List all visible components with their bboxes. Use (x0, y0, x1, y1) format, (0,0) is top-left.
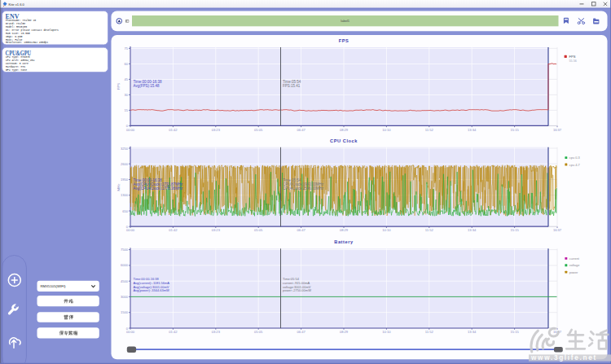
svg-text:05:05: 05:05 (254, 330, 263, 334)
svg-text:3250: 3250 (121, 147, 129, 151)
svg-text:Time:00:00-16:38: Time:00:00-16:38 (134, 178, 163, 182)
svg-text:10:10: 10:10 (382, 228, 391, 232)
svg-text:11:52: 11:52 (425, 228, 434, 232)
svg-text:03:23: 03:23 (212, 228, 221, 232)
svg-text:01:42: 01:42 (169, 330, 178, 334)
svg-text:Avg(FPS):15.48: Avg(FPS):15.48 (134, 84, 160, 88)
svg-text:06:47: 06:47 (297, 128, 306, 132)
svg-text:00:00: 00:00 (126, 128, 135, 132)
svg-text:power: power (569, 270, 578, 274)
svg-text:2600: 2600 (121, 162, 129, 166)
svg-text:16:37: 16:37 (553, 228, 562, 232)
svg-text:08:29: 08:29 (340, 128, 349, 132)
svg-text:11:52: 11:52 (425, 128, 434, 132)
svg-text:7500: 7500 (121, 248, 129, 252)
svg-text:1950: 1950 (121, 178, 129, 182)
svg-text:01:42: 01:42 (169, 228, 178, 232)
svg-text:10:10: 10:10 (382, 330, 391, 334)
svg-text:11:52: 11:52 (425, 330, 434, 334)
svg-text:30: 30 (124, 93, 128, 97)
svg-text:CPU0Clock:1943.00MHz: CPU0Clock:1943.00MHz (283, 182, 324, 186)
svg-text:cpu 4-7: cpu 4-7 (569, 163, 580, 167)
svg-text:CPU4Clock:2546.00MHz: CPU4Clock:2546.00MHz (283, 186, 324, 191)
svg-text:1500: 1500 (121, 310, 129, 314)
svg-text:03:23: 03:23 (212, 128, 221, 132)
svg-text:Avg(power):-3344.63mW: Avg(power):-3344.63mW (134, 288, 170, 292)
svg-text:current: current (569, 257, 580, 261)
svg-text:FPS: FPS (569, 55, 576, 59)
svg-text:00:00: 00:00 (126, 228, 135, 232)
svg-text:1300: 1300 (121, 193, 129, 197)
svg-text:15:15: 15:15 (510, 330, 519, 334)
svg-text:15:15: 15:15 (510, 228, 519, 232)
svg-text:16:37: 16:37 (553, 128, 562, 132)
svg-text:06:47: 06:47 (297, 228, 306, 232)
svg-text:13:34: 13:34 (468, 128, 477, 132)
svg-text:CPU Clock: CPU Clock (330, 138, 358, 143)
svg-text:GPU Type: none: GPU Type: none (6, 68, 27, 72)
svg-text:Kite v1.6.0: Kite v1.6.0 (9, 2, 25, 7)
svg-text:15: 15 (124, 108, 128, 112)
svg-text:MHz: MHz (116, 184, 121, 191)
svg-text:www.3glife.net: www.3glife.net (530, 354, 597, 362)
svg-text:RMX5105(WIFI): RMX5105(WIFI) (41, 284, 67, 288)
svg-text:3000: 3000 (121, 295, 129, 299)
svg-text:Avg(CPU4Clock):1775.36MHz: Avg(CPU4Clock):1775.36MHz (134, 186, 183, 191)
svg-text:05:05: 05:05 (254, 128, 263, 132)
svg-text:FPS:15.41: FPS:15.41 (283, 84, 301, 88)
svg-text:03:23: 03:23 (212, 330, 221, 334)
svg-text:6000: 6000 (121, 263, 129, 267)
svg-text:08:29: 08:29 (340, 330, 349, 334)
svg-text:15:15: 15:15 (510, 128, 519, 132)
svg-text:Resolution: 1080x2392 480dpi: Resolution: 1080x2392 480dpi (6, 41, 48, 44)
svg-text:75: 75 (124, 46, 128, 50)
svg-text:00:00: 00:00 (126, 330, 135, 334)
svg-text:4500: 4500 (121, 279, 129, 283)
svg-text:01:42: 01:42 (169, 128, 178, 132)
svg-text:Time:05:54: Time:05:54 (283, 178, 301, 182)
svg-text:60: 60 (124, 62, 128, 66)
svg-text:power:-2750.00mW: power:-2750.00mW (283, 288, 311, 292)
svg-text:FPS: FPS (116, 83, 121, 90)
svg-text:Avg(CPU0Clock):1731.87MHz: Avg(CPU0Clock):1731.87MHz (134, 182, 183, 186)
svg-text:08:29: 08:29 (340, 228, 349, 232)
svg-text:650: 650 (122, 209, 129, 213)
svg-text:13:34: 13:34 (468, 330, 477, 334)
svg-text:label1: label1 (341, 19, 350, 23)
svg-text:45: 45 (124, 77, 128, 81)
svg-text:FPS: FPS (339, 38, 349, 43)
svg-text:voltage: voltage (569, 263, 580, 267)
svg-text:55.56: 55.56 (569, 59, 577, 63)
svg-text:05:05: 05:05 (254, 228, 263, 232)
svg-text:06:47: 06:47 (297, 330, 306, 334)
svg-text:13:34: 13:34 (468, 228, 477, 232)
svg-text:cpu 0-3: cpu 0-3 (569, 156, 580, 160)
svg-text:10:10: 10:10 (382, 128, 391, 132)
svg-text:Battery: Battery (334, 239, 354, 244)
